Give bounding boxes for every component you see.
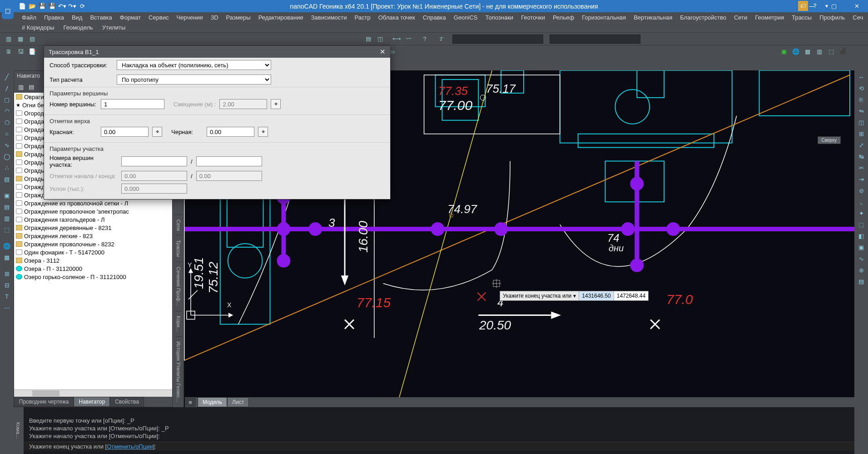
command-input[interactable]: Укажите конец участка или [Отменить/оПци… <box>24 442 854 451</box>
tool-icon[interactable]: 〰 <box>403 34 413 44</box>
tool-icon[interactable]: ▦ <box>2 252 12 262</box>
point-tool-icon[interactable]: ∴ <box>2 163 12 173</box>
tool-icon[interactable]: ∿ <box>856 254 866 264</box>
menu-item[interactable]: Профиль <box>817 13 848 22</box>
layer-ltype-field[interactable] <box>550 35 640 44</box>
menu-item[interactable]: 3D <box>208 13 221 22</box>
tool-icon[interactable]: ▣ <box>856 242 866 252</box>
tree-item[interactable]: Ограждение из проволочной сетки - Л <box>14 199 172 207</box>
tool-icon[interactable]: ▥ <box>2 213 12 223</box>
view-label[interactable]: Сверху <box>818 136 841 144</box>
menu-item[interactable]: Сервис <box>146 13 172 22</box>
menu-item[interactable]: Размеры <box>223 13 253 22</box>
tool-icon[interactable]: ▥ <box>814 47 824 57</box>
move-tool-icon[interactable]: ↔ <box>856 72 866 82</box>
app-logo[interactable]: ⬚ <box>2 2 14 19</box>
menu-item[interactable]: Растр <box>352 13 373 22</box>
side-tab[interactable]: Кори… <box>175 311 182 337</box>
side-tab[interactable]: Сечения Проф… <box>175 262 182 311</box>
dialog-title-bar[interactable]: Трассировка В1_1 ✕ <box>44 46 390 58</box>
tab-navigator[interactable]: Навигатор <box>74 397 110 407</box>
layer-color-field[interactable] <box>452 35 543 44</box>
line-tool-icon[interactable]: ╱ <box>2 72 12 82</box>
tree-item[interactable]: Ограждения деревянные - 8231 <box>14 224 172 232</box>
save-icon[interactable]: 💾 <box>38 2 46 10</box>
tree-item[interactable]: Один фонарик - Т - 51472000 <box>14 248 172 256</box>
side-tab[interactable]: История Утилиты Геомо… <box>175 336 182 407</box>
tool-icon[interactable]: 🗎 <box>4 47 14 57</box>
menu-item[interactable]: Геоточки <box>518 13 548 22</box>
help-icon[interactable]: ? <box>420 34 430 44</box>
seg-start-input[interactable] <box>121 156 187 166</box>
menu-item[interactable]: Сети <box>731 13 750 22</box>
text-tool-icon[interactable]: T <box>436 34 446 44</box>
tool-icon[interactable]: ◧ <box>856 231 866 241</box>
command-option-link[interactable]: Отменить/оПции <box>107 443 153 450</box>
rect-tool-icon[interactable]: ▢ <box>2 95 12 105</box>
extend-tool-icon[interactable]: ⇥ <box>856 174 866 184</box>
tool-icon[interactable]: ▣ <box>2 190 12 200</box>
menu-item[interactable]: Формат <box>117 13 144 22</box>
tool-icon[interactable]: ▦ <box>803 47 813 57</box>
layout-menu-icon[interactable]: ≡ <box>185 398 196 407</box>
tree-item[interactable]: Озеро горько-соленое - П - 31121000 <box>14 273 172 281</box>
seg-end-input[interactable] <box>196 156 262 166</box>
rotate-tool-icon[interactable]: ⟲ <box>856 83 866 93</box>
tree-item[interactable]: Озера - 3112 <box>14 256 172 264</box>
menu-item[interactable]: Геометрия <box>752 13 787 22</box>
menu-item[interactable]: Благоустройство <box>677 13 729 22</box>
saveall-icon[interactable]: 💾 <box>48 2 56 10</box>
close-icon[interactable]: ✕ <box>380 48 386 56</box>
tool-icon[interactable]: ▤ <box>363 34 373 44</box>
menu-item[interactable]: Редактирование <box>256 13 306 22</box>
copy-tool-icon[interactable]: ⎘ <box>856 95 866 105</box>
tree-item[interactable]: Ограждение проволочное 'электропас <box>14 207 172 215</box>
menu-item[interactable]: Топознаки <box>483 13 516 22</box>
help-icon[interactable]: ? <box>810 1 820 11</box>
tab-drawing-explorer[interactable]: Проводник чертежа <box>14 397 74 407</box>
pick-point-icon[interactable]: ⌖ <box>152 127 162 137</box>
method-select[interactable]: Накладка на объект (полилинию, сеть) <box>117 60 271 70</box>
mirror-tool-icon[interactable]: ⇋ <box>856 106 866 116</box>
tool-icon[interactable]: ▣ <box>779 47 789 57</box>
arc-tool-icon[interactable]: ◠ <box>2 106 12 116</box>
menu-item[interactable]: Вертикальная <box>631 13 675 22</box>
help-dd-icon[interactable]: ▾ <box>822 1 832 11</box>
pick-point-icon[interactable]: ⌖ <box>271 99 281 109</box>
polygon-tool-icon[interactable]: ⬠ <box>2 117 12 127</box>
coord-y[interactable]: 1472648.44 <box>614 291 648 300</box>
menu-item[interactable]: # Коридоры <box>19 23 57 32</box>
tab-properties[interactable]: Свойства <box>110 397 144 407</box>
calc-select[interactable]: По прототипу <box>117 75 271 85</box>
open-icon[interactable]: 📂 <box>28 2 36 10</box>
command-line[interactable]: Введите первую точку или [оПции]: _Р Ука… <box>24 407 854 454</box>
black-elev-input[interactable] <box>207 127 254 137</box>
hatch-tool-icon[interactable]: ▨ <box>2 174 12 184</box>
menu-item[interactable]: Геомодель <box>61 23 96 32</box>
tree-item[interactable]: Озера - П - 31120000 <box>14 264 172 273</box>
stretch-tool-icon[interactable]: ↹ <box>856 151 866 161</box>
break-tool-icon[interactable]: ⊘ <box>856 185 866 195</box>
menu-item[interactable]: Черчение <box>174 13 206 22</box>
side-tab[interactable]: Трассы <box>175 235 182 261</box>
explode-tool-icon[interactable]: ✦ <box>856 208 866 218</box>
scale-tool-icon[interactable]: ⤢ <box>856 140 866 150</box>
tool-icon[interactable]: ⊞ <box>2 269 12 279</box>
tool-icon[interactable]: 🌐 <box>791 47 801 57</box>
vertex-num-input[interactable] <box>101 99 164 109</box>
polyline-tool-icon[interactable]: 〳 <box>2 83 12 93</box>
tree-item[interactable]: Ограждения проволочные - 8232 <box>14 240 172 248</box>
menu-item[interactable]: Трассы <box>789 13 814 22</box>
spline-tool-icon[interactable]: ∿ <box>2 140 12 150</box>
redo-icon[interactable]: ↷▾ <box>68 2 76 10</box>
menu-item[interactable]: Рельеф <box>550 13 577 22</box>
tool-icon[interactable]: ⬛ <box>838 47 848 57</box>
menu-item[interactable]: Правка <box>41 13 67 22</box>
text-tool-icon[interactable]: T <box>2 291 12 301</box>
menu-item[interactable]: Облака точек <box>376 13 418 22</box>
tool-icon[interactable]: ▥ <box>4 34 14 44</box>
tool-icon[interactable]: ⋯ <box>2 303 12 313</box>
menu-item[interactable]: Вставка <box>87 13 114 22</box>
ellipse-tool-icon[interactable]: ◯ <box>2 151 12 161</box>
horizontal-scrollbar[interactable] <box>14 389 172 397</box>
